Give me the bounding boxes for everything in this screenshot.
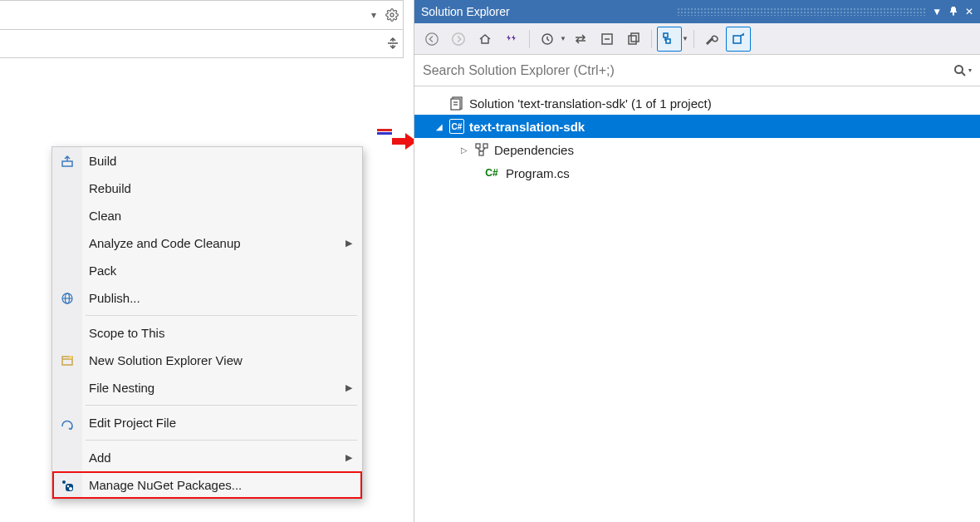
editor-panel: ▾ (0, 0, 404, 58)
submenu-arrow-icon: ▶ (345, 452, 352, 463)
solution-tree: Solution 'text-translation-sdk' (1 of 1 … (414, 86, 980, 185)
panel-dropdown-icon[interactable]: ▼ (932, 6, 942, 17)
menu-label: Manage NuGet Packages... (89, 478, 352, 492)
editor-change-markers (377, 129, 392, 135)
submenu-arrow-icon: ▶ (345, 382, 352, 393)
menu-item-scope[interactable]: Scope to This (52, 319, 362, 347)
search-icon[interactable]: ▾ (953, 64, 972, 77)
build-icon (59, 153, 76, 170)
project-node[interactable]: ◢ C# text-translation-sdk (414, 115, 980, 138)
track-active-dropdown[interactable]: ▼ (682, 35, 688, 42)
menu-label: Analyze and Code Cleanup (89, 236, 345, 250)
submenu-arrow-icon: ▶ (345, 238, 352, 249)
editor-toolbar: ▾ (366, 7, 399, 22)
solution-icon (449, 96, 464, 111)
svg-rect-13 (666, 39, 670, 43)
menu-label: Edit Project File (89, 416, 352, 430)
solution-label: Solution 'text-translation-sdk' (1 of 1 … (469, 96, 712, 111)
svg-point-35 (62, 480, 66, 484)
track-active-button[interactable] (657, 27, 682, 52)
close-icon[interactable]: ✕ (965, 6, 973, 17)
editor-subbar (0, 29, 403, 57)
svg-rect-24 (483, 144, 488, 148)
file-program-label: Program.cs (506, 166, 570, 180)
menu-label: Add (89, 451, 345, 465)
preview-selected-button[interactable] (726, 27, 751, 52)
menu-label: Pack (89, 263, 352, 278)
switch-views-button[interactable] (499, 27, 524, 52)
dropdown-chevron-icon[interactable]: ▾ (366, 7, 381, 22)
project-label: text-translation-sdk (469, 120, 585, 134)
menu-item-pack[interactable]: Pack (52, 257, 362, 284)
menu-item-new-view[interactable]: New Solution Explorer View (52, 347, 362, 374)
expander-closed-icon[interactable]: ▷ (459, 145, 469, 155)
pending-changes-dropdown[interactable]: ▼ (560, 35, 566, 42)
menu-label: Publish... (89, 291, 352, 305)
svg-rect-23 (476, 144, 480, 148)
new-view-icon (59, 352, 76, 369)
svg-point-17 (955, 66, 963, 73)
pending-changes-button[interactable] (535, 27, 560, 52)
panel-title: Solution Explorer (421, 5, 672, 18)
svg-rect-36 (66, 484, 73, 491)
gear-icon[interactable] (385, 7, 399, 22)
panel-grip[interactable] (677, 7, 928, 16)
svg-line-18 (962, 72, 965, 76)
nav-back-button[interactable] (419, 27, 444, 52)
dependencies-icon (474, 142, 489, 157)
svg-point-0 (390, 13, 394, 17)
svg-rect-16 (733, 36, 741, 43)
pin-icon[interactable] (948, 6, 958, 18)
menu-label: Rebuild (89, 181, 352, 195)
menu-item-file-nesting[interactable]: File Nesting ▶ (52, 374, 362, 401)
svg-point-6 (453, 32, 464, 44)
project-context-menu: Build Rebuild Clean Analyze and Code Cle… (51, 146, 363, 500)
csproj-icon: C# (449, 119, 464, 134)
svg-rect-12 (664, 33, 668, 37)
menu-label: Build (89, 154, 352, 168)
panel-toolbar: ▼ ▼ (414, 23, 980, 55)
menu-item-analyze[interactable]: Analyze and Code Cleanup ▶ (52, 229, 362, 257)
svg-rect-28 (62, 161, 72, 166)
menu-label: New Solution Explorer View (89, 353, 352, 367)
cs-file-icon: C# (483, 165, 501, 180)
menu-item-edit-project[interactable]: Edit Project File (52, 409, 362, 436)
svg-rect-25 (479, 151, 483, 155)
show-all-files-button[interactable] (621, 27, 646, 52)
sync-button[interactable] (568, 27, 593, 52)
svg-point-34 (69, 356, 72, 359)
menu-item-clean[interactable]: Clean (52, 202, 362, 229)
expander-open-icon[interactable]: ◢ (434, 121, 444, 131)
menu-label: Clean (89, 209, 352, 223)
split-editor-icon[interactable] (385, 35, 401, 52)
menu-item-publish[interactable]: Publish... (52, 284, 362, 312)
collapse-all-button[interactable] (595, 27, 620, 52)
solution-explorer-panel: Solution Explorer ▼ ✕ ▼ ▼ ▾ (414, 0, 980, 522)
svg-point-37 (67, 485, 70, 487)
home-button[interactable] (473, 27, 497, 52)
properties-button[interactable] (699, 27, 724, 52)
nuget-icon (59, 477, 76, 494)
menu-label: Scope to This (89, 326, 352, 340)
menu-item-build[interactable]: Build (52, 147, 362, 175)
search-input[interactable] (423, 63, 953, 78)
solution-node[interactable]: Solution 'text-translation-sdk' (1 of 1 … (414, 91, 980, 115)
menu-item-rebuild[interactable]: Rebuild (52, 175, 362, 202)
svg-point-38 (69, 487, 72, 490)
dependencies-label: Dependencies (494, 143, 574, 157)
dependencies-node[interactable]: ▷ Dependencies (414, 138, 980, 161)
panel-search: ▾ (414, 55, 980, 86)
panel-title-bar[interactable]: Solution Explorer ▼ ✕ (414, 0, 980, 23)
globe-icon (59, 290, 76, 307)
menu-label: File Nesting (89, 381, 345, 395)
menu-item-add[interactable]: Add ▶ (52, 444, 362, 471)
menu-item-manage-nuget[interactable]: Manage NuGet Packages... (52, 471, 362, 499)
svg-rect-10 (629, 36, 636, 44)
edit-file-icon (59, 415, 76, 431)
file-node-program[interactable]: C# Program.cs (414, 161, 980, 185)
svg-rect-11 (631, 33, 639, 42)
svg-point-5 (426, 32, 438, 44)
nav-forward-button[interactable] (446, 27, 471, 52)
